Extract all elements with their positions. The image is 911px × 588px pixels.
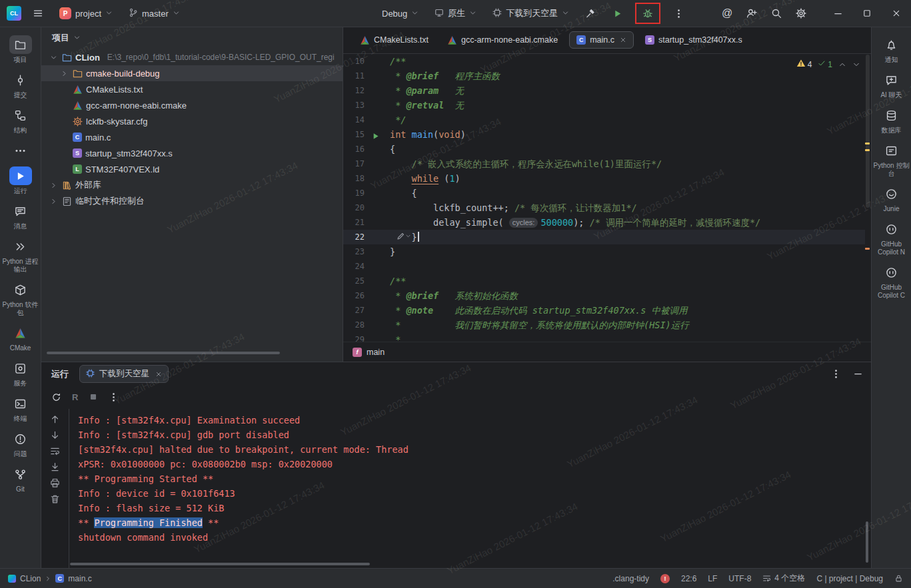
tree-chevron[interactable] [48,54,59,61]
tree-item-startup_stm32f407xx.s[interactable]: Sstartup_stm32f407xx.s [41,145,343,161]
previous-problem-button[interactable] [838,61,846,69]
caret-position-widget[interactable]: 22:6 [681,574,696,583]
project-horizontal-scrollbar[interactable] [47,352,280,354]
console-output[interactable]: Info : [stm32f4x.cpu] Examination succee… [69,409,871,568]
sidebar-item-services[interactable]: 服务 [0,356,41,391]
search-everywhere-button[interactable] [766,3,786,23]
tree-chevron[interactable] [48,198,59,205]
run-button[interactable] [607,3,627,23]
project-panel-header[interactable]: 项目 [41,27,343,49]
indent-widget[interactable]: 4 个空格 [762,573,805,584]
statusbar-app-name[interactable]: CLion [20,574,41,583]
sidebar-item-database[interactable]: 数据库 [872,103,911,138]
line-number[interactable]: 16 [343,142,365,156]
sidebar-item-notifications[interactable]: 通知 [872,32,911,67]
window-maximize-button[interactable] [852,0,882,27]
sidebar-item-problems[interactable]: 问题 [0,426,41,461]
sidebar-item-ai-chat[interactable]: AI 聊天 [872,67,911,103]
line-number[interactable]: 27 [343,303,365,318]
vcs-branch-selector[interactable]: master [124,5,185,22]
sidebar-item-more[interactable] [0,138,41,163]
sidebar-item-python-output[interactable]: Python 进程输出 [0,234,41,277]
sidebar-item-commit[interactable]: 提交 [0,67,41,103]
statusbar-file-name[interactable]: main.c [68,574,91,583]
tree-item-CMakeLists.txt[interactable]: CMakeLists.txt [41,81,343,97]
console-vertical-scrollbar[interactable] [866,521,868,563]
line-number[interactable]: 25 [343,274,365,288]
sidebar-item-project[interactable]: 项目 [0,32,41,67]
line-number[interactable]: 23 [343,244,365,259]
tree-chevron[interactable] [59,70,69,77]
next-problem-button[interactable] [852,61,860,69]
soft-wrap-button[interactable] [50,446,60,456]
line-separator-widget[interactable]: LF [708,574,717,583]
tree-item-gcc-arm-none-eabi.cmake[interactable]: gcc-arm-none-eabi.cmake [41,97,343,113]
context-widget[interactable]: C | project | Debug [816,574,883,583]
hide-panel-button[interactable] [853,369,863,379]
sidebar-item-copilot-n[interactable]: GitHub Copilot N [872,216,911,260]
line-number[interactable]: 24 [343,259,365,274]
line-number[interactable]: 15 [343,127,365,142]
scroll-to-bottom-button[interactable] [50,430,60,440]
console-horizontal-scrollbar[interactable] [70,563,370,565]
sidebar-item-junie[interactable]: Junie [872,181,911,216]
line-number[interactable]: 21 [343,215,365,230]
rerun-button[interactable] [51,392,61,402]
tree-item-cmake-build-debug[interactable]: cmake-build-debug [41,65,343,81]
warnings-indicator[interactable]: 4 [796,59,812,70]
project-selector[interactable]: P project [55,5,117,22]
window-close-button[interactable] [882,0,911,27]
code-with-me-icon[interactable]: @ [717,3,737,23]
line-number[interactable]: 20 [343,200,365,215]
edit-intention-icon[interactable] [397,232,411,240]
run-more-button[interactable] [109,392,119,402]
tree-item-lckfb-skystar.cfg[interactable]: lckfb-skystar.cfg [41,113,343,129]
encoding-widget[interactable]: UTF-8 [728,574,751,583]
window-minimize-button[interactable] [823,0,852,27]
editor-scrollbar[interactable] [865,55,870,342]
line-number[interactable]: 11 [343,69,365,83]
run-tab[interactable]: 下载到天空星 [79,365,169,383]
editor-tab-startup_stm32f407xx.s[interactable]: Sstartup_stm32f407xx.s [638,31,750,49]
main-menu-button[interactable] [28,3,48,23]
clear-console-button[interactable] [50,494,60,504]
more-actions-button[interactable] [668,3,688,23]
tree-item-外部库[interactable]: 外部库 [41,177,343,193]
run-panel-options-button[interactable] [831,369,841,379]
inspection-widget[interactable]: 4 1 [796,59,860,70]
editor-tab-gcc-arm-none-eabi.cmake[interactable]: gcc-arm-none-eabi.cmake [440,31,565,49]
build-button[interactable] [580,3,600,23]
line-number[interactable]: 18 [343,171,365,186]
tree-item-STM32F407VEX.ld[interactable]: LSTM32F407VEX.ld [41,161,343,177]
ide-error-icon[interactable]: ! [660,574,670,583]
line-number[interactable]: 28 [343,318,365,332]
close-run-tab-icon[interactable] [155,371,162,378]
debug-button[interactable] [640,5,656,21]
sidebar-item-structure[interactable]: 结构 [0,103,41,138]
sidebar-item-run[interactable]: 运行 [0,163,41,198]
sidebar-item-git[interactable]: Git [0,461,41,497]
debug-mode-selector[interactable]: Debug [377,6,423,21]
line-number[interactable]: 22 [343,230,365,244]
editor-tab-main.c[interactable]: Cmain.c [569,31,634,49]
tree-item-CLion[interactable]: CLionE:\3_repo\0_fdb\1_tutorial-code\9-B… [41,49,343,65]
sidebar-item-python-console[interactable]: Python 控制台 [872,138,911,181]
lock-icon[interactable] [894,574,903,583]
sidebar-item-cmake[interactable]: CMake [0,320,41,356]
line-number[interactable]: 19 [343,186,365,200]
sidebar-item-copilot-c[interactable]: GitHub Copilot C [872,260,911,303]
run-configuration-selector[interactable]: 下载到天空星 [488,5,574,22]
line-number[interactable]: 29 [343,332,365,342]
tree-item-main.c[interactable]: Cmain.c [41,129,343,145]
line-number[interactable]: 26 [343,288,365,303]
close-tab-icon[interactable] [620,37,626,43]
target-selector[interactable]: 原生 [430,5,481,22]
stop-button[interactable] [89,392,98,402]
line-number[interactable]: 10 [343,54,365,69]
line-number[interactable]: 12 [343,83,365,98]
scroll-to-top-button[interactable] [50,414,60,424]
editor-tab-CMakeLists.txt[interactable]: CMakeLists.txt [353,31,436,49]
line-number[interactable]: 17 [343,156,365,171]
line-number[interactable]: 13 [343,98,365,113]
sidebar-item-terminal[interactable]: 终端 [0,391,41,426]
